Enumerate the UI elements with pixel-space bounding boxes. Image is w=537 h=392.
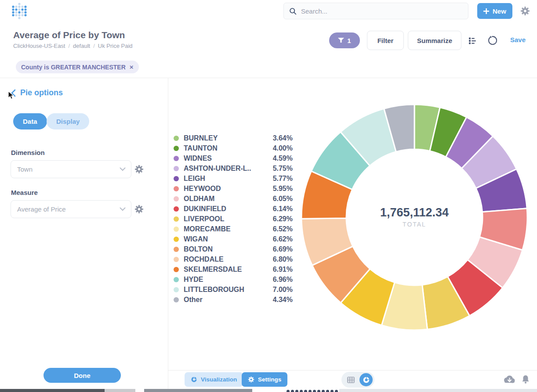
clipped-text-dot xyxy=(304,390,307,392)
legend-item[interactable]: WIDNES4.59% xyxy=(174,153,293,163)
save-button[interactable]: Save xyxy=(510,36,526,43)
legend-dot xyxy=(174,186,179,191)
legend-percent: 6.80% xyxy=(273,255,293,263)
clipped-text-dot xyxy=(313,390,316,392)
bell-icon[interactable] xyxy=(521,374,530,386)
clipped-text-dot xyxy=(295,390,298,392)
filter-chip-close-icon[interactable]: × xyxy=(130,63,134,71)
legend-percent: 4.00% xyxy=(273,144,293,152)
cloud-download-icon[interactable] xyxy=(504,375,515,386)
divider-sidebar xyxy=(168,78,168,389)
legend-dot xyxy=(174,146,179,151)
summarize-button[interactable]: Summarize xyxy=(408,31,461,50)
legend-label: Other xyxy=(184,296,273,304)
legend-percent: 4.34% xyxy=(273,296,293,304)
tab-display[interactable]: Display xyxy=(47,113,89,129)
legend-item[interactable]: HYDE6.96% xyxy=(174,274,293,284)
legend-item[interactable]: ROCHDALE6.80% xyxy=(174,254,293,264)
visualization-button[interactable]: Visualization xyxy=(185,372,243,387)
gear-icon xyxy=(248,376,254,383)
legend-dot xyxy=(174,257,179,262)
legend-label: ROCHDALE xyxy=(184,255,273,263)
divider-bottombar xyxy=(168,370,537,370)
legend-item[interactable]: BURNLEY3.64% xyxy=(174,133,293,143)
dimension-gear-icon[interactable] xyxy=(134,165,144,176)
refresh-icon[interactable] xyxy=(487,36,497,47)
divider-horizontal xyxy=(0,78,537,78)
legend-item[interactable]: BOLTON6.69% xyxy=(174,244,293,254)
legend-label: TAUNTON xyxy=(184,144,273,152)
dimension-value: Town xyxy=(17,165,33,173)
legend-item[interactable]: TAUNTON4.00% xyxy=(174,143,293,153)
dimension-select[interactable]: Town xyxy=(11,160,131,178)
legend-item[interactable]: MORECAMBE6.52% xyxy=(174,224,293,234)
breadcrumb[interactable]: ClickHouse-US-East / default / Uk Price … xyxy=(13,43,133,49)
legend-dot xyxy=(174,277,179,282)
legend-dot xyxy=(174,216,179,222)
legend-percent: 5.75% xyxy=(273,165,293,173)
legend-percent: 6.62% xyxy=(273,235,293,243)
legend-dot xyxy=(174,166,179,171)
measure-label: Measure xyxy=(11,189,38,196)
legend-label: BURNLEY xyxy=(184,134,273,142)
legend-dot xyxy=(174,287,179,292)
measure-value: Average of Price xyxy=(17,205,66,213)
new-button[interactable]: New xyxy=(477,3,512,19)
legend-label: WIDNES xyxy=(184,155,273,162)
legend-item[interactable]: HEYWOOD5.95% xyxy=(174,183,293,194)
admin-gear-icon[interactable] xyxy=(520,6,530,18)
legend-item[interactable]: OLDHAM6.05% xyxy=(174,194,293,204)
clipped-text-dot xyxy=(330,390,334,392)
legend-item[interactable]: SKELMERSDALE6.91% xyxy=(174,264,293,274)
pie-chart[interactable]: BURNLEY 3.64%TAUNTON 4.00%WIDNES 4.59%AS… xyxy=(300,103,529,331)
legend-label: WIGAN xyxy=(184,235,273,243)
measure-select[interactable]: Average of Price xyxy=(11,200,131,218)
legend-item[interactable]: Other4.34% xyxy=(174,295,293,305)
legend-percent: 6.96% xyxy=(273,276,293,284)
clipped-text-dot xyxy=(322,390,325,392)
legend-percent: 6.69% xyxy=(273,245,293,253)
legend-percent: 6.05% xyxy=(273,195,293,203)
legend-label: LIVERPOOL xyxy=(184,215,273,223)
legend-item[interactable]: LITTLEBOROUGH7.00% xyxy=(174,284,293,295)
legend-percent: 4.59% xyxy=(273,155,293,162)
filter-button[interactable]: Filter xyxy=(367,31,404,50)
legend-item[interactable]: LIVERPOOL6.29% xyxy=(174,214,293,224)
breadcrumb-schema[interactable]: default xyxy=(73,43,90,49)
done-button[interactable]: Done xyxy=(44,368,121,383)
metabase-logo[interactable] xyxy=(11,2,28,20)
filter-chip[interactable]: County is GREATER MANCHESTER × xyxy=(16,61,139,73)
clipped-text-dot xyxy=(300,390,303,392)
clipped-segment xyxy=(105,389,135,392)
table-view-icon[interactable] xyxy=(347,376,355,384)
legend-dot xyxy=(174,136,179,141)
clipped-content-strip xyxy=(0,389,537,392)
list-icon[interactable] xyxy=(468,36,477,47)
filter-chip-label[interactable]: County is GREATER MANCHESTER xyxy=(21,64,126,71)
legend-item[interactable]: LEIGH5.77% xyxy=(174,173,293,183)
legend-item[interactable]: DUKINFIELD6.14% xyxy=(174,204,293,214)
breadcrumb-table[interactable]: Uk Price Paid xyxy=(98,43,133,49)
filter-count-pill[interactable]: 1 xyxy=(329,32,360,48)
clipped-text-dot xyxy=(291,390,294,392)
measure-gear-icon[interactable] xyxy=(134,205,144,216)
clipped-segment xyxy=(0,389,105,392)
mouse-cursor xyxy=(7,91,15,102)
clipped-text-dot xyxy=(308,390,312,392)
chevron-down-icon xyxy=(120,167,126,171)
search-bar[interactable] xyxy=(283,3,468,19)
search-input[interactable] xyxy=(301,7,463,15)
settings-button[interactable]: Settings xyxy=(242,372,287,387)
page-title: Average of Price by Town xyxy=(13,30,125,40)
view-toggle xyxy=(341,372,374,388)
legend-percent: 3.64% xyxy=(273,134,293,142)
breadcrumb-database[interactable]: ClickHouse-US-East xyxy=(13,43,65,49)
clipped-text-dot xyxy=(287,390,290,392)
legend-item[interactable]: ASHTON-UNDER-L..5.75% xyxy=(174,163,293,173)
legend-percent: 5.95% xyxy=(273,185,293,193)
legend-item[interactable]: WIGAN6.62% xyxy=(174,234,293,244)
tab-data[interactable]: Data xyxy=(13,113,47,129)
dimension-label: Dimension xyxy=(11,149,45,156)
legend-label: DUKINFIELD xyxy=(184,205,273,213)
pie-view-icon[interactable] xyxy=(359,373,373,386)
